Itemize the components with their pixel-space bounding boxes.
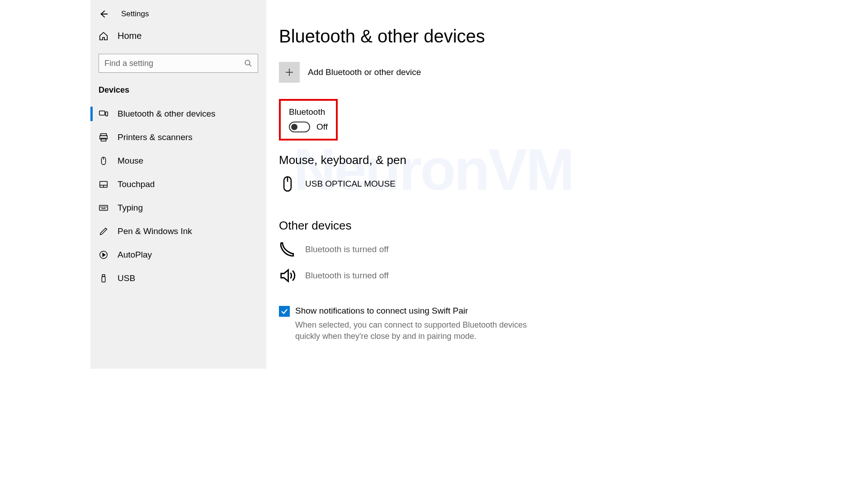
watermark: NeuronVM <box>293 136 573 203</box>
svg-point-15 <box>106 207 106 207</box>
page-title: Bluetooth & other devices <box>279 26 615 47</box>
touchpad-icon <box>99 179 108 189</box>
sidebar-home-label: Home <box>118 31 142 41</box>
svg-point-14 <box>104 207 104 207</box>
settings-window: Settings Home Devices Bluetooth & other … <box>90 0 628 369</box>
mouse-device-icon <box>279 175 296 192</box>
sidebar-item-label: Pen & Windows Ink <box>118 226 192 236</box>
speaker-icon <box>279 267 296 284</box>
svg-point-12 <box>101 207 101 207</box>
other-section-heading: Other devices <box>279 219 615 233</box>
bluetooth-state: Off <box>316 122 328 132</box>
sidebar: Settings Home Devices Bluetooth & other … <box>90 0 266 369</box>
svg-point-0 <box>245 60 250 65</box>
sidebar-item-label: AutoPlay <box>118 250 152 260</box>
swiftpair-text: Show notifications to connect using Swif… <box>295 306 548 342</box>
device-name: USB OPTICAL MOUSE <box>305 179 396 189</box>
device-row-audio[interactable]: Bluetooth is turned off <box>279 267 615 284</box>
sidebar-item-printers[interactable]: Printers & scanners <box>90 126 266 149</box>
mouse-section-heading: Mouse, keyboard, & pen <box>279 153 615 167</box>
main-panel: NeuronVM Bluetooth & other devices Add B… <box>266 0 628 369</box>
sidebar-item-label: Bluetooth & other devices <box>118 109 216 119</box>
sidebar-item-bluetooth[interactable]: Bluetooth & other devices <box>90 102 266 126</box>
home-icon <box>99 31 108 41</box>
sidebar-home[interactable]: Home <box>90 24 266 47</box>
swiftpair-checkbox[interactable] <box>279 306 290 317</box>
other-devices-group: Other devices Bluetooth is turned off Bl… <box>279 219 615 284</box>
svg-rect-11 <box>99 206 108 211</box>
sidebar-item-label: Typing <box>118 203 143 213</box>
header-title: Settings <box>121 9 149 19</box>
search-icon <box>244 59 252 67</box>
keyboard-icon <box>99 203 108 213</box>
add-device-label: Add Bluetooth or other device <box>308 67 421 77</box>
mouse-icon <box>99 156 108 166</box>
autoplay-icon <box>99 250 108 260</box>
search-input[interactable] <box>104 59 244 68</box>
bluetooth-toggle-row: Off <box>289 122 328 132</box>
device-status: Bluetooth is turned off <box>305 271 389 281</box>
device-row-phone[interactable]: Bluetooth is turned off <box>279 241 615 258</box>
sidebar-item-usb[interactable]: USB <box>90 267 266 290</box>
pen-icon <box>99 226 108 236</box>
sidebar-item-pen[interactable]: Pen & Windows Ink <box>90 220 266 243</box>
device-row-mouse[interactable]: USB OPTICAL MOUSE <box>279 175 615 192</box>
usb-icon <box>99 273 108 283</box>
printer-icon <box>99 132 108 142</box>
sidebar-item-mouse[interactable]: Mouse <box>90 149 266 173</box>
svg-rect-1 <box>99 111 105 115</box>
svg-rect-2 <box>106 112 108 116</box>
devices-icon <box>99 109 108 119</box>
search-box[interactable] <box>99 54 258 73</box>
bluetooth-highlight-box: Bluetooth Off <box>279 99 338 141</box>
phone-icon <box>279 241 296 258</box>
bluetooth-toggle[interactable] <box>289 122 310 132</box>
add-device-button[interactable]: Add Bluetooth or other device <box>279 62 615 83</box>
plus-icon <box>279 62 300 83</box>
svg-point-13 <box>103 207 103 207</box>
sidebar-item-label: Touchpad <box>118 179 155 189</box>
swiftpair-row: Show notifications to connect using Swif… <box>279 306 615 342</box>
swiftpair-description: When selected, you can connect to suppor… <box>295 319 548 342</box>
bluetooth-label: Bluetooth <box>289 107 328 117</box>
back-arrow-icon[interactable] <box>99 9 108 19</box>
sidebar-item-touchpad[interactable]: Touchpad <box>90 173 266 196</box>
device-status: Bluetooth is turned off <box>305 244 389 254</box>
sidebar-item-typing[interactable]: Typing <box>90 196 266 220</box>
sidebar-item-label: Mouse <box>118 156 143 166</box>
sidebar-item-label: Printers & scanners <box>118 132 193 142</box>
sidebar-item-label: USB <box>118 273 135 283</box>
sidebar-item-autoplay[interactable]: AutoPlay <box>90 243 266 267</box>
sidebar-section-label: Devices <box>90 81 266 102</box>
svg-rect-19 <box>102 277 105 282</box>
swiftpair-label: Show notifications to connect using Swif… <box>295 306 548 316</box>
header-row: Settings <box>90 5 266 24</box>
svg-rect-5 <box>101 138 106 141</box>
